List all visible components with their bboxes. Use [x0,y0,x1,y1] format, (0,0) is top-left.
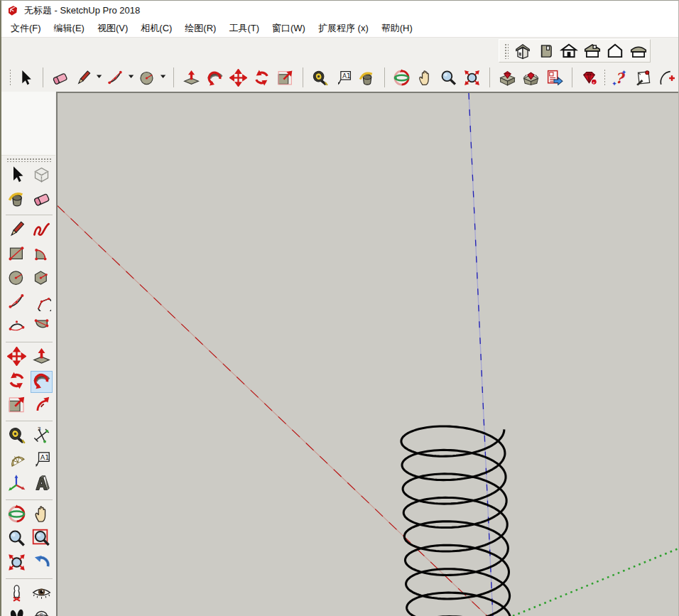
walk-tool[interactable] [6,607,28,616]
select-tool-icon[interactable] [16,68,34,87]
text-tool-icon[interactable]: A1 [335,68,352,87]
add-arc-plugin-icon[interactable] [658,68,675,87]
look-around-tool-icon [32,583,51,605]
menu-item-5[interactable]: 绘图(R) [178,20,222,37]
follow-me-tool-icon[interactable] [206,68,224,87]
orbit-tool-icon [7,504,26,526]
zoom-window-tool[interactable] [31,529,53,551]
menu-item-9[interactable]: 帮助(H) [375,20,419,37]
two-point-arc-tool[interactable] [6,292,28,314]
text-tool[interactable]: A1 [31,450,53,472]
palette-separator [1,497,56,503]
offset-tool-icon [32,395,51,417]
orbit-tool-icon[interactable] [393,68,411,87]
pie-tool[interactable] [31,292,53,314]
sketchup-window: 无标题 - SketchUp Pro 2018 文件(F)编辑(E)视图(V)相… [0,0,679,616]
components-ruby-icon[interactable] [499,68,516,87]
helix-curve[interactable] [401,426,511,616]
paint-bucket-tool-icon[interactable] [358,68,376,87]
dimension-tool-icon: 3 [32,426,51,448]
circle-tool[interactable] [6,268,28,290]
right-view-icon[interactable] [582,41,602,61]
move-tool[interactable] [6,347,28,369]
svg-text:✦: ✦ [621,69,627,76]
menu-item-4[interactable]: 相机(C) [134,20,178,37]
svg-text:3: 3 [37,426,40,432]
tape-measure-tool[interactable] [6,426,28,448]
circle-tool-icon[interactable] [138,68,156,87]
select-tool[interactable] [6,165,28,187]
menu-item-2[interactable]: 编辑(E) [48,20,91,37]
rotate-tool[interactable] [6,371,28,393]
tape-measure-tool-icon[interactable] [311,68,329,87]
axes-tool-icon [7,474,26,496]
three-point-arc-tool[interactable] [6,316,28,338]
previous-view[interactable] [31,553,53,575]
3d-text-tool[interactable] [31,474,53,496]
palette-row [1,394,56,418]
palette-grip[interactable] [6,158,52,162]
iso-view-icon[interactable] [513,41,533,61]
export-document-icon[interactable] [545,68,563,87]
zoom-tool-icon[interactable] [440,68,457,87]
circle-options-caret-icon[interactable] [160,68,167,87]
scale-tool[interactable] [6,395,28,417]
rotate-tool-icon[interactable] [253,68,271,87]
green-axis-dotted [497,549,678,616]
follow-me-tool-selected[interactable] [31,371,53,393]
offset-tool[interactable] [31,395,53,417]
dimension-tool[interactable]: 3 [31,426,53,448]
menu-item-7[interactable]: 窗口(W) [266,20,312,37]
notes-plugin-icon[interactable] [634,68,652,87]
palette-separator [1,418,56,424]
position-camera-tool[interactable] [6,583,28,605]
zoom-tool[interactable] [6,529,28,551]
plugin-toolbar-grip[interactable] [604,69,605,86]
back-view-icon[interactable] [605,41,626,61]
instructor-help-icon[interactable]: ?✦✦ [611,68,629,87]
menu-item-6[interactable]: 工具(T) [222,20,266,37]
pan-tool-icon[interactable] [416,68,434,87]
zoom-extents-tool[interactable] [6,553,28,575]
front-view-icon[interactable] [559,41,580,61]
rotated-rectangle-tool[interactable] [31,244,53,266]
paint-bucket-tool[interactable] [6,189,28,211]
menu-item-1[interactable]: 文件(F) [4,20,48,37]
protractor-tool[interactable] [6,450,28,472]
circle-tool-icon [7,268,26,290]
views-toolbar-grip[interactable] [504,43,509,59]
top-view-icon[interactable] [536,41,556,61]
filled-pie-tool[interactable] [31,316,53,338]
arc-tool-icon[interactable] [107,68,124,87]
eraser-tool[interactable] [31,189,53,211]
line-tool-icon[interactable] [75,68,92,87]
extension-warehouse-icon[interactable]: + [580,68,598,87]
viewport-canvas[interactable] [58,93,678,616]
rectangle-tool[interactable] [6,244,28,266]
eraser-tool-icon[interactable] [51,68,69,87]
svg-text:A1: A1 [342,72,351,80]
ruby-console-icon[interactable] [522,68,540,87]
line-options-caret-icon[interactable] [96,68,103,87]
axes-tool[interactable] [6,474,28,496]
push-pull-tool[interactable] [31,347,53,369]
scale-tool-icon[interactable] [276,68,294,87]
polygon-tool[interactable] [31,268,53,290]
make-component[interactable] [31,165,53,187]
left-view-icon[interactable] [628,41,648,61]
push-pull-tool-icon[interactable] [183,68,200,87]
zoom-extents-tool-icon[interactable] [463,68,481,87]
pan-tool[interactable] [31,504,53,526]
freehand-tool[interactable] [31,220,53,242]
move-tool-icon[interactable] [229,68,247,87]
line-tool[interactable] [6,220,28,242]
orbit-tool[interactable] [6,504,28,526]
eraser-tool-icon [32,189,51,211]
menu-item-8[interactable]: 扩展程序 (x) [312,20,375,37]
main-toolbar-grip[interactable] [9,69,11,86]
turn-tool[interactable]: G [31,607,53,616]
arc-options-caret-icon[interactable] [128,68,135,87]
menu-item-3[interactable]: 视图(V) [91,20,134,37]
look-around-tool[interactable] [31,583,53,605]
drawing-viewport[interactable] [56,92,678,616]
